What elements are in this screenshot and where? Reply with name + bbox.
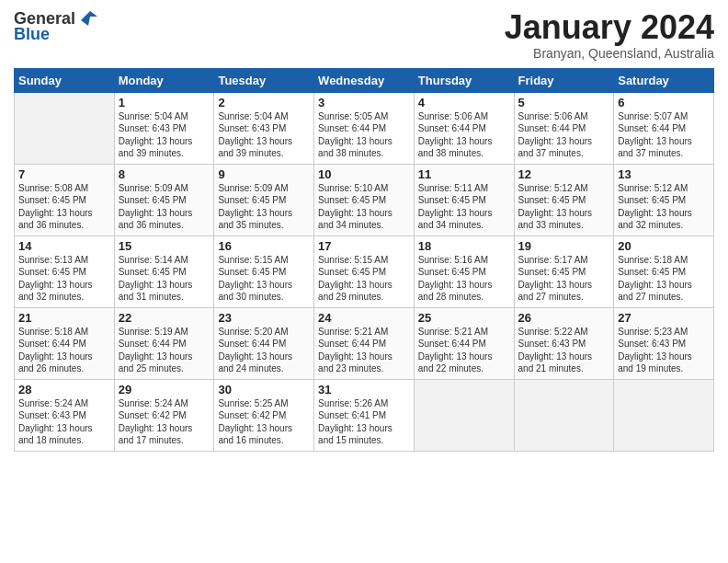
day-cell: 29Sunrise: 5:24 AM Sunset: 6:42 PM Dayli… xyxy=(114,379,214,451)
day-info: Sunrise: 5:21 AM Sunset: 6:44 PM Dayligh… xyxy=(418,326,510,375)
day-cell: 26Sunrise: 5:22 AM Sunset: 6:43 PM Dayli… xyxy=(514,307,614,379)
day-number: 12 xyxy=(518,167,610,181)
day-info: Sunrise: 5:26 AM Sunset: 6:41 PM Dayligh… xyxy=(318,397,410,447)
day-number: 26 xyxy=(518,311,610,325)
day-number: 28 xyxy=(18,383,110,396)
page: General Blue January 2024 Branyan, Queen… xyxy=(0,0,728,563)
title-section: January 2024 Branyan, Queensland, Austra… xyxy=(505,9,714,61)
weekday-header-tuesday: Tuesday xyxy=(214,68,314,92)
day-number: 1 xyxy=(119,96,210,109)
day-number: 23 xyxy=(218,311,310,325)
day-info: Sunrise: 5:07 AM Sunset: 6:44 PM Dayligh… xyxy=(618,110,710,160)
day-cell xyxy=(15,92,115,164)
day-number: 14 xyxy=(18,239,110,253)
day-cell: 16Sunrise: 5:15 AM Sunset: 6:45 PM Dayli… xyxy=(214,236,314,307)
day-cell: 18Sunrise: 5:16 AM Sunset: 6:45 PM Dayli… xyxy=(414,236,514,307)
svg-marker-0 xyxy=(81,11,97,26)
weekday-header-saturday: Saturday xyxy=(614,68,714,92)
day-number: 9 xyxy=(218,167,310,181)
day-info: Sunrise: 5:16 AM Sunset: 6:45 PM Dayligh… xyxy=(418,254,510,304)
day-cell: 24Sunrise: 5:21 AM Sunset: 6:44 PM Dayli… xyxy=(314,307,415,379)
day-number: 24 xyxy=(318,311,410,325)
day-cell: 3Sunrise: 5:05 AM Sunset: 6:44 PM Daylig… xyxy=(314,92,415,164)
day-cell: 17Sunrise: 5:15 AM Sunset: 6:45 PM Dayli… xyxy=(314,236,415,307)
day-cell: 1Sunrise: 5:04 AM Sunset: 6:43 PM Daylig… xyxy=(114,92,214,164)
month-title: January 2024 xyxy=(505,9,714,46)
day-info: Sunrise: 5:06 AM Sunset: 6:44 PM Dayligh… xyxy=(418,110,510,160)
day-cell: 9Sunrise: 5:09 AM Sunset: 6:45 PM Daylig… xyxy=(214,164,314,236)
day-info: Sunrise: 5:14 AM Sunset: 6:45 PM Dayligh… xyxy=(119,254,210,304)
day-number: 8 xyxy=(119,167,210,181)
calendar-table: SundayMondayTuesdayWednesdayThursdayFrid… xyxy=(14,68,714,452)
day-info: Sunrise: 5:05 AM Sunset: 6:44 PM Dayligh… xyxy=(318,110,410,160)
logo: General Blue xyxy=(14,9,97,44)
week-row-5: 28Sunrise: 5:24 AM Sunset: 6:43 PM Dayli… xyxy=(15,379,714,451)
day-info: Sunrise: 5:11 AM Sunset: 6:45 PM Dayligh… xyxy=(418,182,510,232)
day-number: 30 xyxy=(218,383,310,396)
day-cell: 30Sunrise: 5:25 AM Sunset: 6:42 PM Dayli… xyxy=(214,379,314,451)
day-cell: 27Sunrise: 5:23 AM Sunset: 6:43 PM Dayli… xyxy=(614,307,714,379)
day-info: Sunrise: 5:20 AM Sunset: 6:44 PM Dayligh… xyxy=(218,326,310,375)
day-number: 4 xyxy=(418,96,510,109)
day-number: 5 xyxy=(518,96,610,109)
day-number: 15 xyxy=(119,239,210,253)
day-cell: 7Sunrise: 5:08 AM Sunset: 6:45 PM Daylig… xyxy=(15,164,115,236)
day-cell: 21Sunrise: 5:18 AM Sunset: 6:44 PM Dayli… xyxy=(15,307,115,379)
calendar-body: 1Sunrise: 5:04 AM Sunset: 6:43 PM Daylig… xyxy=(15,92,714,451)
day-number: 2 xyxy=(218,96,310,109)
day-cell: 12Sunrise: 5:12 AM Sunset: 6:45 PM Dayli… xyxy=(514,164,614,236)
day-cell: 15Sunrise: 5:14 AM Sunset: 6:45 PM Dayli… xyxy=(114,236,214,307)
day-cell: 28Sunrise: 5:24 AM Sunset: 6:43 PM Dayli… xyxy=(15,379,115,451)
weekday-header-friday: Friday xyxy=(514,68,614,92)
day-cell: 19Sunrise: 5:17 AM Sunset: 6:45 PM Dayli… xyxy=(514,236,614,307)
day-info: Sunrise: 5:04 AM Sunset: 6:43 PM Dayligh… xyxy=(218,110,310,160)
day-cell xyxy=(414,379,514,451)
day-cell: 13Sunrise: 5:12 AM Sunset: 6:45 PM Dayli… xyxy=(614,164,714,236)
weekday-header-thursday: Thursday xyxy=(414,68,514,92)
header: General Blue January 2024 Branyan, Queen… xyxy=(14,9,714,61)
day-cell: 25Sunrise: 5:21 AM Sunset: 6:44 PM Dayli… xyxy=(414,307,514,379)
day-number: 19 xyxy=(518,239,610,253)
day-number: 25 xyxy=(418,311,510,325)
day-number: 6 xyxy=(618,96,710,109)
day-info: Sunrise: 5:12 AM Sunset: 6:45 PM Dayligh… xyxy=(518,182,610,232)
day-info: Sunrise: 5:19 AM Sunset: 6:44 PM Dayligh… xyxy=(119,326,210,375)
day-cell xyxy=(614,379,714,451)
day-info: Sunrise: 5:24 AM Sunset: 6:42 PM Dayligh… xyxy=(119,397,210,447)
day-info: Sunrise: 5:24 AM Sunset: 6:43 PM Dayligh… xyxy=(18,397,110,447)
day-info: Sunrise: 5:22 AM Sunset: 6:43 PM Dayligh… xyxy=(518,326,610,375)
day-info: Sunrise: 5:10 AM Sunset: 6:45 PM Dayligh… xyxy=(318,182,410,232)
day-number: 29 xyxy=(119,383,210,396)
day-cell: 14Sunrise: 5:13 AM Sunset: 6:45 PM Dayli… xyxy=(15,236,115,307)
day-info: Sunrise: 5:25 AM Sunset: 6:42 PM Dayligh… xyxy=(218,397,310,447)
day-number: 13 xyxy=(618,167,710,181)
day-number: 17 xyxy=(318,239,410,253)
day-cell: 10Sunrise: 5:10 AM Sunset: 6:45 PM Dayli… xyxy=(314,164,415,236)
subtitle: Branyan, Queensland, Australia xyxy=(505,46,714,61)
day-info: Sunrise: 5:17 AM Sunset: 6:45 PM Dayligh… xyxy=(518,254,610,304)
week-row-1: 1Sunrise: 5:04 AM Sunset: 6:43 PM Daylig… xyxy=(15,92,714,164)
day-cell: 23Sunrise: 5:20 AM Sunset: 6:44 PM Dayli… xyxy=(214,307,314,379)
day-cell: 31Sunrise: 5:26 AM Sunset: 6:41 PM Dayli… xyxy=(314,379,415,451)
day-cell: 11Sunrise: 5:11 AM Sunset: 6:45 PM Dayli… xyxy=(414,164,514,236)
day-info: Sunrise: 5:08 AM Sunset: 6:45 PM Dayligh… xyxy=(18,182,110,232)
day-info: Sunrise: 5:15 AM Sunset: 6:45 PM Dayligh… xyxy=(318,254,410,304)
weekday-header-sunday: Sunday xyxy=(15,68,115,92)
day-number: 10 xyxy=(318,167,410,181)
day-number: 27 xyxy=(618,311,710,325)
day-number: 16 xyxy=(218,239,310,253)
day-info: Sunrise: 5:09 AM Sunset: 6:45 PM Dayligh… xyxy=(119,182,210,232)
weekday-header-wednesday: Wednesday xyxy=(314,68,415,92)
day-info: Sunrise: 5:15 AM Sunset: 6:45 PM Dayligh… xyxy=(218,254,310,304)
day-info: Sunrise: 5:06 AM Sunset: 6:44 PM Dayligh… xyxy=(518,110,610,160)
day-number: 22 xyxy=(119,311,210,325)
day-info: Sunrise: 5:13 AM Sunset: 6:45 PM Dayligh… xyxy=(18,254,110,304)
day-number: 31 xyxy=(318,383,410,396)
day-info: Sunrise: 5:12 AM Sunset: 6:45 PM Dayligh… xyxy=(618,182,710,232)
day-cell xyxy=(514,379,614,451)
week-row-4: 21Sunrise: 5:18 AM Sunset: 6:44 PM Dayli… xyxy=(15,307,714,379)
day-cell: 4Sunrise: 5:06 AM Sunset: 6:44 PM Daylig… xyxy=(414,92,514,164)
day-number: 18 xyxy=(418,239,510,253)
week-row-3: 14Sunrise: 5:13 AM Sunset: 6:45 PM Dayli… xyxy=(15,236,714,307)
weekday-header-row: SundayMondayTuesdayWednesdayThursdayFrid… xyxy=(15,68,714,92)
